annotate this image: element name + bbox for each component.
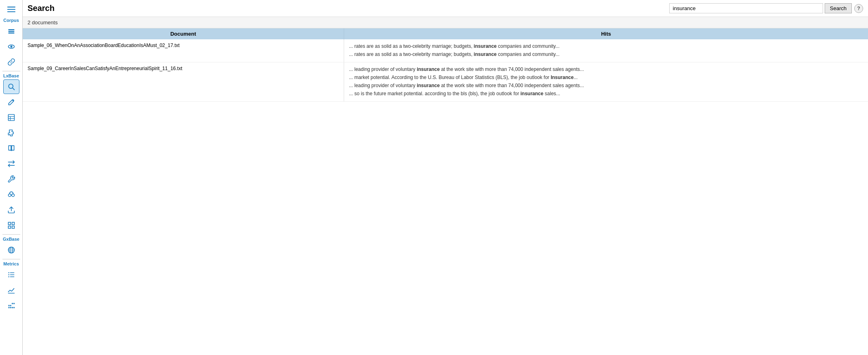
page-title: Search xyxy=(28,4,55,13)
stack-icon-btn[interactable] xyxy=(3,24,19,38)
chart-icon-btn[interactable] xyxy=(3,283,19,297)
svg-point-31 xyxy=(8,274,9,276)
divider-1 xyxy=(2,71,20,71)
export-icon xyxy=(7,206,15,214)
table-row: Sample_06_WhenOnAnAssociationBoardEducat… xyxy=(23,39,868,62)
svg-point-30 xyxy=(8,272,9,274)
svg-rect-18 xyxy=(8,222,11,225)
search-icon xyxy=(7,83,15,91)
svg-rect-3 xyxy=(8,32,14,34)
gxbase-label: GxBase xyxy=(0,237,22,242)
edit-icon xyxy=(7,98,15,106)
corpus-label: Corpus xyxy=(0,18,22,23)
hit-line: ... rates are as solid as a two-celebrit… xyxy=(349,43,863,50)
book-icon-btn[interactable] xyxy=(3,141,19,156)
table-icon-btn[interactable] xyxy=(3,110,19,125)
svg-point-38 xyxy=(8,305,9,306)
svg-rect-10 xyxy=(8,115,14,121)
col-document-header: Document xyxy=(23,28,344,39)
list-icon xyxy=(7,271,15,279)
svg-point-36 xyxy=(11,307,13,308)
svg-rect-21 xyxy=(12,226,14,229)
hit-line: ... leading provider of voluntary insura… xyxy=(349,82,863,89)
stack-icon xyxy=(7,27,15,35)
globe-icon xyxy=(7,246,15,254)
book-icon xyxy=(7,144,15,152)
svg-point-34 xyxy=(8,307,9,308)
table-row: Sample_09_CareerInSalesCanSatisfyAnEntre… xyxy=(23,62,868,102)
hits-cell: ... rates are as solid as a two-celebrit… xyxy=(344,39,868,62)
hamburger-icon xyxy=(7,5,15,13)
transform-icon-btn[interactable] xyxy=(3,156,19,171)
svg-point-32 xyxy=(8,276,9,278)
search-icon-btn[interactable] xyxy=(3,79,19,94)
svg-rect-1 xyxy=(7,9,15,10)
search-bar: Search ? xyxy=(63,3,863,13)
hit-line: ... so is the future market potential. a… xyxy=(349,90,863,97)
header: Search Search ? xyxy=(23,0,868,17)
svg-point-15 xyxy=(11,194,14,197)
svg-point-14 xyxy=(8,194,11,197)
svg-point-37 xyxy=(13,307,15,308)
svg-rect-20 xyxy=(8,226,11,229)
puzzle-icon-btn[interactable] xyxy=(3,126,19,140)
col-hits-header: Hits xyxy=(344,28,868,39)
help-button[interactable]: ? xyxy=(854,4,863,13)
svg-rect-4 xyxy=(8,31,14,32)
main-content: Search Search ? 2 documents Document Hit… xyxy=(23,0,868,355)
grid-icon xyxy=(7,221,15,229)
hit-line: ... rates are as solid as a two-celebrit… xyxy=(349,51,863,58)
link-icon xyxy=(7,58,15,66)
eye-icon xyxy=(7,43,15,51)
svg-rect-5 xyxy=(8,29,14,30)
svg-point-7 xyxy=(10,46,12,48)
divider-3 xyxy=(2,259,20,259)
link-icon-btn[interactable] xyxy=(3,55,19,69)
hit-line: ... leading provider of voluntary insura… xyxy=(349,66,863,73)
grid-icon-btn[interactable] xyxy=(3,218,19,233)
dots-icon xyxy=(7,302,15,310)
hit-line: ... market potential. According to the U… xyxy=(349,74,863,81)
hamburger-menu-button[interactable] xyxy=(3,2,19,17)
svg-rect-19 xyxy=(12,222,14,225)
doc-name-cell[interactable]: Sample_09_CareerInSalesCanSatisfyAnEntre… xyxy=(23,62,344,102)
svg-point-40 xyxy=(11,303,13,304)
table-header-row: Document Hits xyxy=(23,28,868,39)
svg-line-9 xyxy=(12,88,14,90)
results-table: Document Hits Sample_06_WhenOnAnAssociat… xyxy=(23,28,868,102)
results-container: Document Hits Sample_06_WhenOnAnAssociat… xyxy=(23,28,868,355)
doc-name-cell[interactable]: Sample_06_WhenOnAnAssociationBoardEducat… xyxy=(23,39,344,62)
dots-icon-btn[interactable] xyxy=(3,298,19,313)
binoculars-icon-btn[interactable] xyxy=(3,187,19,202)
table-icon xyxy=(7,113,15,122)
search-input[interactable] xyxy=(669,3,823,13)
svg-rect-0 xyxy=(7,6,15,7)
hits-cell: ... leading provider of voluntary insura… xyxy=(344,62,868,102)
sidebar: Corpus LxBase xyxy=(0,0,23,355)
lxbase-label: LxBase xyxy=(0,73,22,78)
results-summary: 2 documents xyxy=(23,17,868,28)
divider-2 xyxy=(2,234,20,235)
svg-point-39 xyxy=(10,305,11,306)
list-icon-btn[interactable] xyxy=(3,267,19,282)
transform-icon xyxy=(7,160,15,168)
tool-icon xyxy=(7,175,15,183)
edit-icon-btn[interactable] xyxy=(3,95,19,109)
svg-point-41 xyxy=(13,303,15,304)
svg-rect-2 xyxy=(7,11,15,12)
eye-icon-btn[interactable] xyxy=(3,39,19,54)
binoculars-icon xyxy=(7,190,15,199)
results-body: Sample_06_WhenOnAnAssociationBoardEducat… xyxy=(23,39,868,102)
export-icon-btn[interactable] xyxy=(3,203,19,217)
puzzle-icon xyxy=(7,129,15,137)
metrics-label: Metrics xyxy=(0,261,22,266)
chart-icon xyxy=(7,286,15,294)
tool-icon-btn[interactable] xyxy=(3,172,19,186)
search-button[interactable]: Search xyxy=(825,3,852,13)
globe-icon-btn[interactable] xyxy=(3,243,19,257)
svg-point-35 xyxy=(10,307,11,308)
